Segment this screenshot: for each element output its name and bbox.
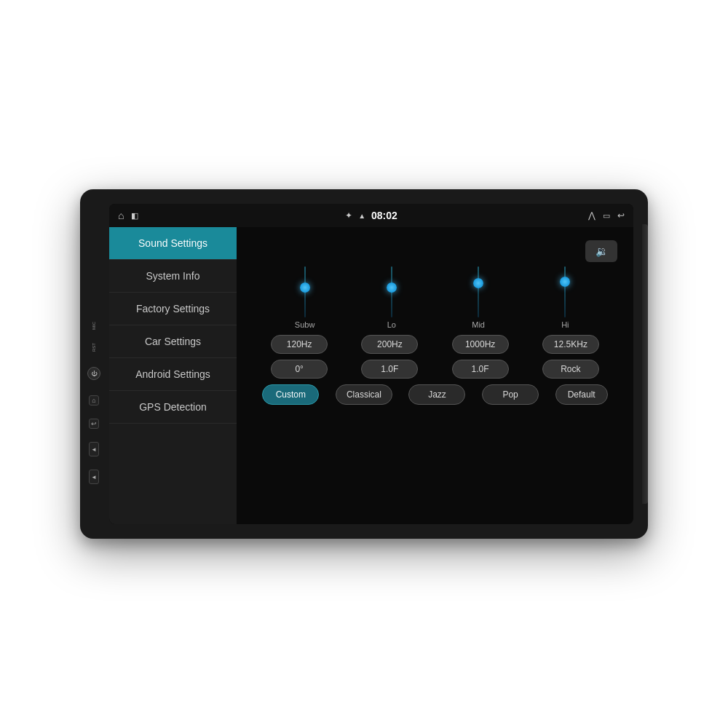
signal-icon: ▲ (358, 212, 365, 220)
vol-up-icon: ◄ (91, 446, 97, 453)
back-icon: ↩ (91, 420, 97, 427)
lo-label: Lo (387, 320, 396, 329)
status-center: ✦ ▲ 08:02 (345, 210, 397, 221)
preset-custom-btn[interactable]: Custom (262, 384, 319, 405)
phase-row: 0° 1.0F 1.0F Rock (247, 360, 623, 379)
back-button[interactable]: ↩ (89, 419, 99, 429)
sidebar: Sound Settings System Info Factory Setti… (109, 227, 237, 524)
rst-label: RST (92, 343, 96, 352)
eq-channel-lo: Lo (366, 266, 417, 329)
hi-preset-btn[interactable]: Rock (542, 360, 599, 379)
eq-channel-mid: Mid (453, 266, 504, 329)
sidebar-item-system-info[interactable]: System Info (109, 260, 237, 293)
home-button[interactable]: ⌂ (89, 395, 99, 405)
sound-wave-icon: 🔉 (596, 245, 608, 257)
main-content: Sound Settings System Info Factory Setti… (109, 227, 633, 524)
content-area: 🔉 Subw (237, 227, 633, 524)
status-bar: ⌂ ◧ ✦ ▲ 08:02 ⋀ ▭ ↩ (109, 204, 633, 227)
power-button[interactable]: ⏻ (87, 367, 100, 380)
status-left: ⌂ ◧ (118, 210, 138, 221)
eq-sliders-area: Subw Lo (247, 264, 623, 329)
preset-jazz-btn[interactable]: Jazz (408, 384, 465, 405)
frequency-row: 120Hz 200Hz 1000Hz 12.5KHz (247, 335, 623, 354)
mid-handle[interactable] (473, 278, 483, 288)
eq-channel-hi: Hi (539, 266, 590, 329)
sidebar-item-factory-settings[interactable]: Factory Settings (109, 293, 237, 325)
subw-slider[interactable] (298, 266, 312, 317)
sidebar-item-android-settings[interactable]: Android Settings (109, 358, 237, 391)
preset-classical-btn[interactable]: Classical (336, 384, 392, 405)
subw-freq-btn[interactable]: 120Hz (271, 335, 328, 354)
eq-channel-subw: Subw (280, 266, 331, 329)
default-btn[interactable]: Default (555, 384, 608, 405)
window-icon: ▭ (603, 211, 610, 221)
lo-handle[interactable] (387, 282, 397, 293)
vol-down-button[interactable]: ◄ (89, 470, 99, 484)
status-time: 08:02 (371, 210, 397, 221)
expand-icon: ⋀ (588, 210, 596, 221)
mic-label: MIC (92, 322, 96, 330)
status-right: ⋀ ▭ ↩ (588, 210, 625, 221)
vol-up-button[interactable]: ◄ (89, 442, 99, 456)
hi-label: Hi (561, 320, 569, 329)
sidebar-item-car-settings[interactable]: Car Settings (109, 325, 237, 358)
mid-label: Mid (472, 320, 485, 329)
lo-slider[interactable] (384, 266, 399, 317)
home-status-icon: ⌂ (118, 210, 124, 221)
hi-freq-btn[interactable]: 12.5KHz (542, 335, 599, 354)
sidebar-item-sound-settings[interactable]: Sound Settings (109, 227, 237, 260)
power-icon: ⏻ (91, 371, 97, 377)
sound-toggle-button[interactable]: 🔉 (585, 240, 617, 262)
hi-handle[interactable] (560, 277, 570, 287)
screen: ⌂ ◧ ✦ ▲ 08:02 ⋀ ▭ ↩ Sound Settings Syste… (109, 204, 633, 524)
subw-handle[interactable] (300, 282, 310, 293)
device: MIC RST ⏻ ⌂ ↩ ◄ ◄ ⌂ ◧ ✦ ▲ 08: (80, 189, 648, 539)
preset-pop-btn[interactable]: Pop (482, 384, 539, 405)
subw-label: Subw (295, 320, 315, 329)
mid-slider[interactable] (471, 266, 486, 317)
bluetooth-icon: ✦ (345, 210, 352, 221)
hi-slider[interactable] (558, 266, 572, 317)
mid-freq-btn[interactable]: 1000Hz (452, 335, 509, 354)
preset-row: Custom Classical Jazz Pop Default (247, 384, 623, 405)
lo-crossover-btn[interactable]: 1.0F (361, 360, 418, 379)
home-icon: ⌂ (92, 397, 95, 404)
bookmark-status-icon: ◧ (131, 211, 138, 221)
lo-freq-btn[interactable]: 200Hz (361, 335, 418, 354)
subw-phase-btn[interactable]: 0° (271, 360, 328, 379)
back-status-icon: ↩ (617, 210, 625, 221)
mid-crossover-btn[interactable]: 1.0F (452, 360, 509, 379)
sidebar-item-gps-detection[interactable]: GPS Detection (109, 391, 237, 424)
vol-down-icon: ◄ (91, 474, 97, 480)
right-edge (642, 224, 648, 504)
